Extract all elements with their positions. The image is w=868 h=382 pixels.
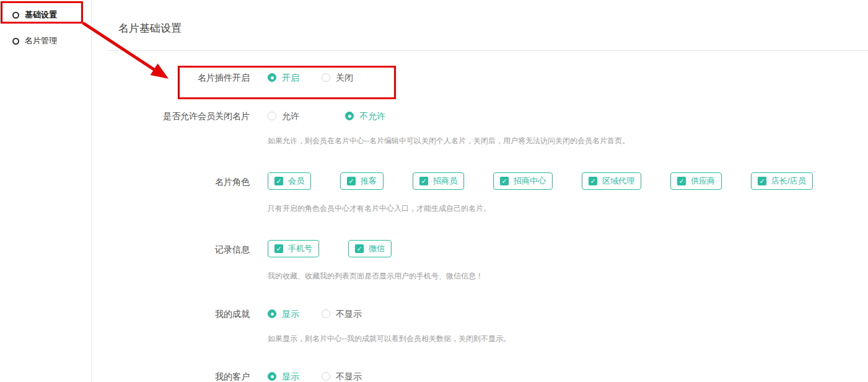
radio-option-label: 不显示 <box>336 370 362 382</box>
radio-option-允许[interactable]: 允许 <box>268 110 299 122</box>
radio-option-label: 显示 <box>282 370 299 382</box>
row-label: 记录信息 <box>108 240 250 255</box>
radio-option-label: 关闭 <box>336 71 353 84</box>
radio-option-label: 显示 <box>282 308 299 320</box>
row-controls: 显示不显示 <box>268 308 511 320</box>
checkbox-checked-icon: ✓ <box>419 177 428 185</box>
radio-option-关闭[interactable]: 关闭 <box>322 71 353 84</box>
radio-dot-core <box>271 115 274 118</box>
page-title: 名片基础设置 <box>118 20 868 37</box>
sidebar-item-label: 基础设置 <box>25 9 57 20</box>
radio-icon <box>268 112 276 120</box>
checkbox-checked-icon: ✓ <box>677 177 686 185</box>
radio-icon <box>322 73 330 82</box>
circle-icon <box>12 12 19 19</box>
radio-icon <box>322 309 330 318</box>
checkbox-option-label: 会员 <box>288 175 304 187</box>
radio-option-不允许[interactable]: 不允许 <box>345 110 385 122</box>
row-label: 我的客户 <box>108 370 250 382</box>
checkbox-checked-icon: ✓ <box>500 177 509 185</box>
radio-option-label: 允许 <box>282 110 299 122</box>
checkbox-checked-icon: ✓ <box>347 177 356 185</box>
row-controls: 显示不显示 <box>268 370 384 382</box>
row-help-text: 只有开启的角色会员中心才有名片中心入口，才能生成自己的名片。 <box>268 203 842 214</box>
row-label: 名片角色 <box>108 172 250 188</box>
checkbox-option-label: 招商员 <box>433 175 457 187</box>
app-window: 基础设置名片管理 名片基础设置 名片插件开启开启关闭是否允许会员关闭名片允许不允… <box>0 0 868 382</box>
row-help-text: 如果允许，则会员在名片中心--名片编辑中可以关闭个人名片，关闭后，用户将无法访问… <box>268 136 629 146</box>
row-body: 显示不显示如果显示，则名片中心--我的成就可以看到会员相关数据，关闭则不显示。 <box>268 308 511 344</box>
form-row-allow-member-close-card: 是否允许会员关闭名片允许不允许如果允许，则会员在名片中心--名片编辑中可以关闭个… <box>108 110 868 146</box>
checkbox-option-招商员[interactable]: ✓招商员 <box>413 172 464 190</box>
row-help-text: 如果显示，则名片中心--我的成就可以看到会员相关数据，关闭则不显示。 <box>268 334 511 344</box>
row-body: 开启关闭 <box>268 71 375 84</box>
radio-dot-core <box>271 375 274 378</box>
radio-dot-core <box>348 115 351 118</box>
checkbox-option-会员[interactable]: ✓会员 <box>268 172 311 190</box>
sidebar-item-card-management[interactable]: 名片管理 <box>12 33 91 48</box>
radio-dot-core <box>271 313 274 316</box>
form-row-card-roles: 名片角色✓会员✓推客✓招商员✓招商中心✓区域代理✓供应商✓店长/店员只有开启的角… <box>108 172 868 214</box>
radio-option-不显示[interactable]: 不显示 <box>322 308 362 320</box>
row-controls: ✓会员✓推客✓招商员✓招商中心✓区域代理✓供应商✓店长/店员 <box>268 172 842 190</box>
row-body: ✓手机号✓微信我的收藏、收藏我的列表页面是否显示用户的手机号、微信信息！ <box>268 240 483 282</box>
radio-icon <box>345 112 354 120</box>
checkbox-checked-icon: ✓ <box>274 244 283 253</box>
radio-option-显示[interactable]: 显示 <box>268 370 299 382</box>
form-row-record-info: 记录信息✓手机号✓微信我的收藏、收藏我的列表页面是否显示用户的手机号、微信信息！ <box>108 240 868 282</box>
row-label: 我的成就 <box>108 308 250 320</box>
main-content: 名片基础设置 名片插件开启开启关闭是否允许会员关闭名片允许不允许如果允许，则会员… <box>92 0 868 382</box>
radio-dot-core <box>325 76 328 79</box>
checkbox-checked-icon: ✓ <box>274 177 283 185</box>
checkbox-option-手机号[interactable]: ✓手机号 <box>268 240 319 257</box>
checkbox-option-label: 招商中心 <box>514 175 546 187</box>
checkbox-option-label: 区域代理 <box>602 175 634 187</box>
radio-option-显示[interactable]: 显示 <box>268 308 299 320</box>
radio-dot-core <box>325 375 328 378</box>
checkbox-option-label: 微信 <box>369 243 385 254</box>
row-body: 允许不允许如果允许，则会员在名片中心--名片编辑中可以关闭个人名片，关闭后，用户… <box>268 110 629 146</box>
circle-icon <box>12 38 19 45</box>
checkbox-checked-icon: ✓ <box>355 244 364 253</box>
radio-icon <box>268 73 276 82</box>
checkbox-option-label: 推客 <box>361 175 377 187</box>
radio-option-label: 开启 <box>282 71 299 84</box>
checkbox-option-供应商[interactable]: ✓供应商 <box>670 172 722 190</box>
form-row-my-customers: 我的客户显示不显示 <box>108 370 868 382</box>
settings-form: 名片插件开启开启关闭是否允许会员关闭名片允许不允许如果允许，则会员在名片中心--… <box>108 71 868 382</box>
row-label: 是否允许会员关闭名片 <box>108 110 250 122</box>
checkbox-checked-icon: ✓ <box>758 177 766 185</box>
radio-option-开启[interactable]: 开启 <box>268 71 299 84</box>
radio-option-label: 不允许 <box>359 110 385 122</box>
checkbox-checked-icon: ✓ <box>589 177 597 185</box>
checkbox-option-店长/店员[interactable]: ✓店长/店员 <box>751 172 813 190</box>
row-label: 名片插件开启 <box>108 71 250 84</box>
form-row-plugin-enable: 名片插件开启开启关闭 <box>108 71 868 84</box>
sidebar: 基础设置名片管理 <box>0 0 92 382</box>
sidebar-item-label: 名片管理 <box>25 35 57 47</box>
checkbox-option-推客[interactable]: ✓推客 <box>340 172 384 190</box>
row-body: ✓会员✓推客✓招商员✓招商中心✓区域代理✓供应商✓店长/店员只有开启的角色会员中… <box>268 172 842 214</box>
radio-icon <box>322 372 330 381</box>
row-controls: ✓手机号✓微信 <box>268 240 483 257</box>
radio-dot-core <box>271 76 274 79</box>
row-controls: 允许不允许 <box>268 110 629 122</box>
form-row-my-achievement: 我的成就显示不显示如果显示，则名片中心--我的成就可以看到会员相关数据，关闭则不… <box>108 308 868 344</box>
sidebar-item-basic-settings[interactable]: 基础设置 <box>12 7 91 22</box>
row-help-text: 我的收藏、收藏我的列表页面是否显示用户的手机号、微信信息！ <box>268 271 483 282</box>
checkbox-option-招商中心[interactable]: ✓招商中心 <box>493 172 553 190</box>
radio-option-不显示[interactable]: 不显示 <box>322 370 362 382</box>
radio-dot-core <box>325 313 328 316</box>
row-controls: 开启关闭 <box>268 71 375 84</box>
radio-icon <box>268 372 276 381</box>
checkbox-option-label: 店长/店员 <box>771 175 806 187</box>
checkbox-option-label: 手机号 <box>288 243 312 254</box>
radio-option-label: 不显示 <box>336 308 362 320</box>
divider <box>108 50 868 51</box>
row-body: 显示不显示 <box>268 370 384 382</box>
radio-icon <box>268 309 276 318</box>
checkbox-option-区域代理[interactable]: ✓区域代理 <box>582 172 641 190</box>
checkbox-option-微信[interactable]: ✓微信 <box>348 240 392 257</box>
checkbox-option-label: 供应商 <box>691 175 715 187</box>
